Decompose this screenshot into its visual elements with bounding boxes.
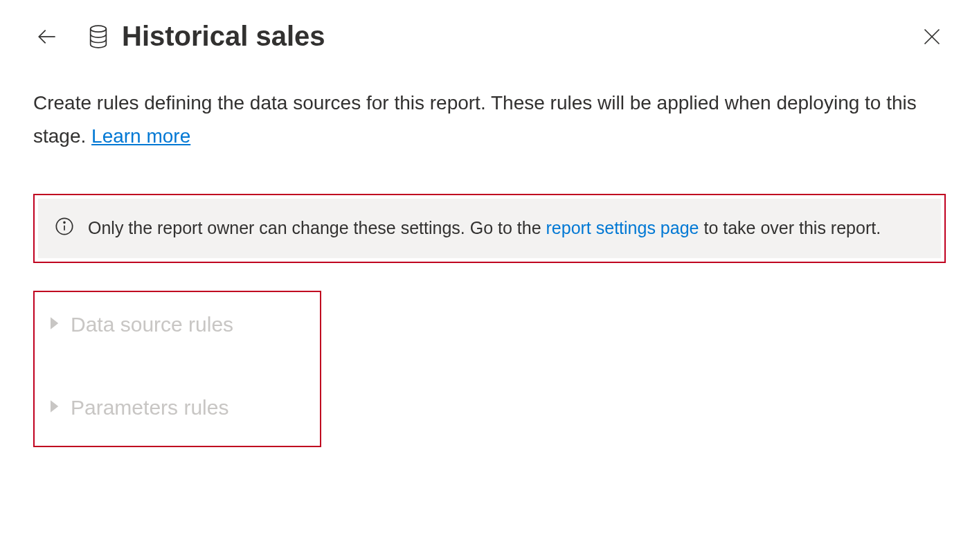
back-button[interactable]: [33, 23, 61, 51]
page-title: Historical sales: [122, 21, 918, 52]
info-text-prefix: Only the report owner can change these s…: [88, 218, 546, 237]
learn-more-link[interactable]: Learn more: [91, 125, 190, 147]
info-text: Only the report owner can change these s…: [88, 215, 881, 242]
svg-point-6: [64, 222, 65, 224]
info-box-highlight: Only the report owner can change these s…: [33, 194, 946, 263]
rules-highlight: Data source rules Parameters rules: [33, 291, 321, 447]
info-text-suffix: to take over this report.: [703, 218, 881, 237]
data-source-rules-section[interactable]: Data source rules: [43, 300, 306, 349]
dataset-icon: [89, 25, 108, 48]
chevron-right-icon: [48, 316, 60, 333]
close-icon: [922, 27, 942, 46]
data-source-rules-label: Data source rules: [71, 313, 233, 336]
info-icon: [55, 217, 74, 239]
chevron-right-icon: [48, 399, 60, 416]
description-text: Create rules defining the data sources f…: [33, 87, 946, 152]
svg-marker-7: [51, 317, 58, 329]
parameters-rules-section[interactable]: Parameters rules: [43, 383, 306, 432]
parameters-rules-label: Parameters rules: [71, 396, 228, 419]
report-settings-link[interactable]: report settings page: [546, 218, 699, 237]
arrow-left-icon: [37, 27, 57, 46]
close-button[interactable]: [918, 23, 946, 51]
info-box: Only the report owner can change these s…: [38, 199, 941, 258]
svg-marker-8: [51, 400, 58, 413]
svg-point-1: [91, 26, 107, 32]
dialog-header: Historical sales: [33, 21, 946, 52]
